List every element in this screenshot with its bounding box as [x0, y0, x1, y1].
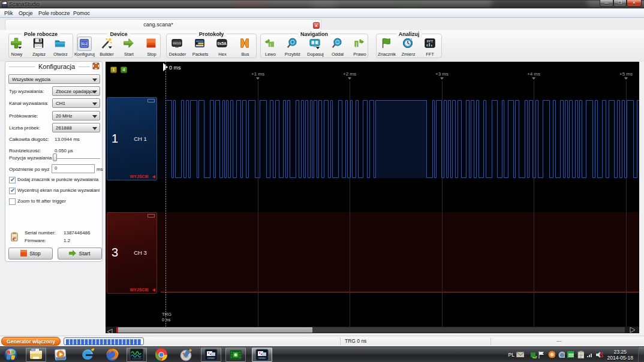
svg-text:STUD: STUD: [259, 357, 265, 360]
svg-text:0x5A: 0x5A: [217, 41, 227, 46]
svg-text:STUD: STUD: [208, 357, 214, 360]
svg-text:FFT: FFT: [427, 40, 434, 43]
svg-text:0010: 0010: [173, 41, 182, 46]
svg-text:SL2: SL2: [81, 42, 87, 46]
